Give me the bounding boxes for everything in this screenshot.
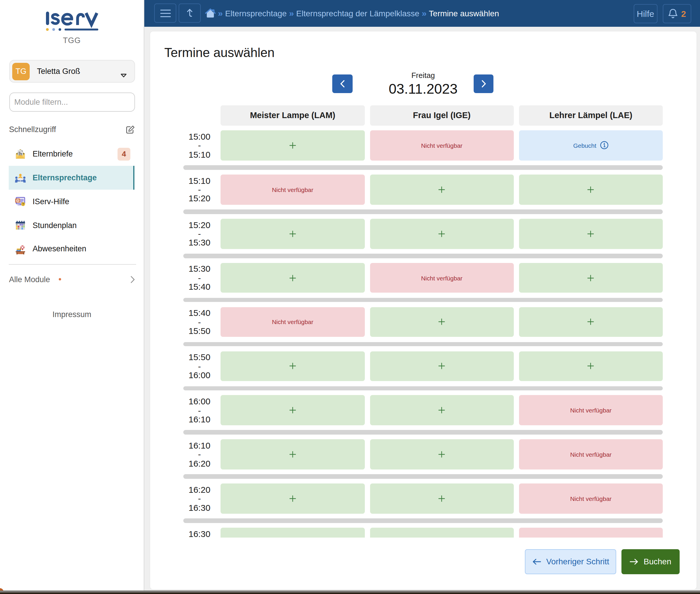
svg-text:?: ? — [22, 202, 24, 206]
